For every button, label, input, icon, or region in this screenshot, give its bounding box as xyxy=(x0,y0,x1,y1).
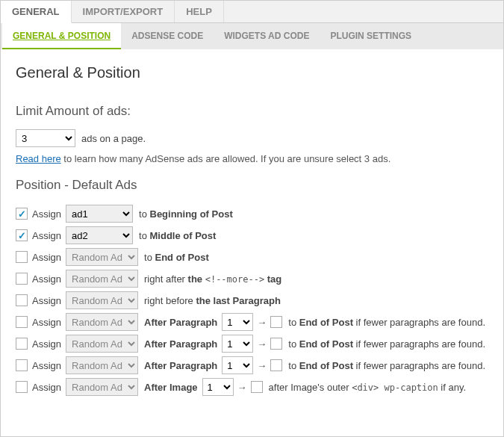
position-text: After Paragraph xyxy=(144,317,217,328)
limit-title: Limit Amount of ads: xyxy=(16,104,488,119)
subtab-widgets-ad-code[interactable]: WIDGETS AD CODE xyxy=(214,23,320,49)
limit-row: 3 ads on a page. xyxy=(16,129,488,147)
subtab-adsense-code[interactable]: ADSENSE CODE xyxy=(121,23,214,49)
tab-help[interactable]: HELP xyxy=(175,1,224,22)
assign-row-middle: Assign ad2 to Middle of Post xyxy=(16,225,488,246)
ad-select[interactable]: Random Ad xyxy=(66,291,138,309)
ad-select[interactable]: Random Ad xyxy=(66,270,138,288)
assign-row-after-paragraph-1: Assign Random Ad After Paragraph 1 → to … xyxy=(16,312,488,332)
position-text: After Image xyxy=(144,382,198,393)
paragraph-number-select[interactable]: 1 xyxy=(222,313,253,331)
caption-checkbox[interactable] xyxy=(251,381,263,393)
assign-checkbox[interactable] xyxy=(16,359,28,371)
position-suffix: to End of Post if fewer paragraphs are f… xyxy=(288,360,485,371)
assign-row-last-paragraph: Assign Random Ad right before the last P… xyxy=(16,290,488,311)
assign-checkbox[interactable] xyxy=(16,338,28,350)
arrow-icon: → xyxy=(237,382,247,393)
position-text: right before the last Paragraph xyxy=(144,295,281,306)
paragraph-number-select[interactable]: 1 xyxy=(222,335,253,353)
assign-label: Assign xyxy=(32,208,61,220)
ad-select[interactable]: Random Ad xyxy=(66,378,138,396)
position-title: Position - Default Ads xyxy=(16,178,488,193)
ad-select[interactable]: Random Ad xyxy=(66,356,138,374)
subtab-general-position[interactable]: GENERAL & POSITION xyxy=(2,23,121,49)
assign-label: Assign xyxy=(32,338,61,350)
position-suffix: after Image's outer <div> wp-caption if … xyxy=(269,382,467,393)
image-number-select[interactable]: 1 xyxy=(202,378,234,396)
arrow-icon: → xyxy=(257,360,267,371)
position-text: After Paragraph xyxy=(144,338,217,350)
assign-row-more-tag: Assign Random Ad right after the <!--mor… xyxy=(16,268,488,289)
limit-select[interactable]: 3 xyxy=(16,129,75,147)
arrow-icon: → xyxy=(257,338,267,350)
settings-panel: GENERAL IMPORT/EXPORT HELP GENERAL & POS… xyxy=(0,0,504,437)
paragraph-number-select[interactable]: 1 xyxy=(222,356,253,374)
ad-select[interactable]: Random Ad xyxy=(66,335,138,353)
end-checkbox[interactable] xyxy=(270,316,282,328)
ad-select[interactable]: ad1 xyxy=(66,205,133,223)
content-area: General & Position Limit Amount of ads: … xyxy=(1,49,503,406)
end-checkbox[interactable] xyxy=(270,338,282,350)
learn-text: Read here to learn how many AdSense ads … xyxy=(16,153,488,164)
assign-label: Assign xyxy=(32,382,61,393)
assign-label: Assign xyxy=(32,360,61,371)
sub-tabs: GENERAL & POSITION ADSENSE CODE WIDGETS … xyxy=(1,23,503,49)
top-tabs: GENERAL IMPORT/EXPORT HELP xyxy=(1,1,503,23)
assign-row-after-paragraph-2: Assign Random Ad After Paragraph 1 → to … xyxy=(16,333,488,354)
end-checkbox[interactable] xyxy=(270,359,282,371)
assign-checkbox[interactable] xyxy=(16,381,28,393)
assign-label: Assign xyxy=(32,273,61,285)
assign-row-after-image: Assign Random Ad After Image 1 → after I… xyxy=(16,376,488,397)
position-suffix: to End of Post if fewer paragraphs are f… xyxy=(288,317,485,328)
position-text: to Beginning of Post xyxy=(139,208,233,220)
ad-select[interactable]: Random Ad xyxy=(66,248,138,266)
arrow-icon: → xyxy=(257,317,267,328)
assign-checkbox[interactable] xyxy=(16,316,28,328)
assign-row-end: Assign Random Ad to End of Post xyxy=(16,247,488,267)
position-text: to Middle of Post xyxy=(139,230,216,241)
tab-import-export[interactable]: IMPORT/EXPORT xyxy=(72,1,175,22)
ad-select[interactable]: ad2 xyxy=(66,226,133,244)
subtab-plugin-settings[interactable]: PLUGIN SETTINGS xyxy=(320,23,422,49)
learn-suffix: to learn how many AdSense ads are allowe… xyxy=(61,153,391,164)
page-title: General & Position xyxy=(16,64,488,81)
assign-label: Assign xyxy=(32,230,61,241)
assign-row-beginning: Assign ad1 to Beginning of Post xyxy=(16,203,488,224)
position-text: After Paragraph xyxy=(144,360,217,371)
assign-label: Assign xyxy=(32,295,61,306)
tab-general[interactable]: GENERAL xyxy=(1,1,72,23)
limit-suffix: ads on a page. xyxy=(81,133,146,144)
read-here-link[interactable]: Read here xyxy=(16,153,61,164)
position-text: to End of Post xyxy=(144,252,209,263)
assign-row-after-paragraph-3: Assign Random Ad After Paragraph 1 → to … xyxy=(16,355,488,376)
assign-checkbox[interactable] xyxy=(16,208,28,220)
assign-checkbox[interactable] xyxy=(16,273,28,285)
assign-checkbox[interactable] xyxy=(16,294,28,306)
assign-label: Assign xyxy=(32,252,61,263)
ad-select[interactable]: Random Ad xyxy=(66,313,138,331)
position-suffix: to End of Post if fewer paragraphs are f… xyxy=(288,338,485,350)
assign-checkbox[interactable] xyxy=(16,229,28,241)
position-text: right after the <!--more--> tag xyxy=(144,273,281,285)
assign-checkbox[interactable] xyxy=(16,251,28,263)
assign-label: Assign xyxy=(32,317,61,328)
